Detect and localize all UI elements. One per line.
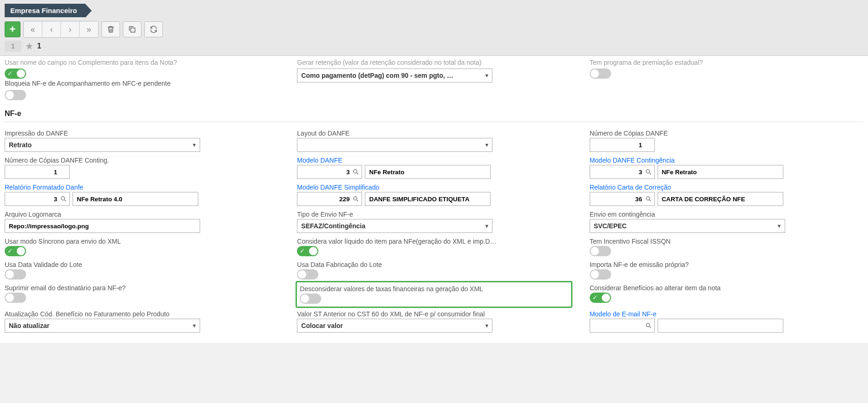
label-valor-st-anterior: Valor ST Anterior no CST 60 do XML de NF… — [297, 310, 571, 318]
select-tipo-envio-nfe-value: SEFAZ/Contingência — [301, 222, 365, 230]
label-importa-nfe-propria: Importa NF-e de emissão própria? — [590, 261, 863, 268]
svg-point-6 — [646, 323, 650, 327]
toggle-considerar-beneficios[interactable]: ✓ — [590, 293, 611, 303]
chevron-down-icon: ▼ — [192, 323, 197, 328]
label-atualizacao-beneficio: Atualização Cód. Benefício no Faturament… — [5, 310, 278, 318]
select-gerar-retencao-value: Como pagamento (detPag) com 90 - sem pgt… — [301, 72, 453, 79]
toggle-data-fabricacao-lote[interactable] — [297, 269, 318, 280]
label-modo-sincrono: Usar modo Síncrono para envio do XML — [5, 238, 278, 245]
chevron-down-icon: ▼ — [777, 223, 782, 229]
input-modelo-danfe-simpl-name[interactable] — [365, 192, 491, 206]
search-icon[interactable] — [645, 322, 652, 329]
search-icon[interactable] — [352, 196, 359, 203]
refresh-button[interactable] — [144, 21, 163, 37]
refresh-icon — [149, 25, 158, 34]
select-atualizacao-beneficio-value: Não atualizar — [9, 322, 49, 329]
label-tipo-envio-nfe: Tipo de Envio NF-e — [297, 211, 571, 218]
trash-icon — [107, 25, 115, 34]
input-modelo-email-name[interactable] — [658, 319, 783, 333]
label-suprimir-email: Suprimir email do destinatário para NF-e… — [5, 284, 278, 292]
chevron-left-icon: ‹ — [50, 25, 53, 34]
toggle-bloqueia-nfe[interactable] — [5, 90, 26, 100]
input-carta-correcao-name[interactable] — [658, 192, 783, 206]
select-layout-danfe[interactable]: ▼ — [297, 138, 492, 152]
toggle-importa-nfe-propria[interactable] — [590, 269, 611, 280]
toggle-data-validade-lote[interactable] — [5, 269, 26, 280]
toggle-desconsiderar-taxas[interactable] — [300, 294, 321, 304]
chevron-down-icon: ▼ — [484, 73, 489, 78]
chevron-down-icon: ▼ — [484, 323, 489, 328]
input-arquivo-logomarca[interactable] — [5, 219, 200, 233]
search-icon[interactable] — [645, 196, 652, 203]
link-relatorio-danfe[interactable]: Relatório Formatado Danfe — [5, 184, 278, 191]
prev-button[interactable]: ‹ — [42, 21, 61, 37]
select-gerar-retencao[interactable]: Como pagamento (detPag) com 90 - sem pgt… — [297, 68, 492, 82]
svg-point-3 — [61, 197, 65, 200]
chevron-down-icon: ▼ — [192, 142, 197, 148]
select-impressao-danfe-value: Retrato — [9, 141, 32, 149]
select-envio-contingencia-value: SVC/EPEC — [594, 222, 627, 230]
select-envio-contingencia[interactable]: SVC/EPEC ▼ — [590, 219, 785, 233]
label-num-copias-conting: Número de Cópias DANFE Conting. — [5, 157, 278, 164]
label-arquivo-logomarca: Arquivo Logomarca — [5, 211, 278, 218]
svg-point-5 — [646, 197, 650, 200]
label-envio-contingencia: Envio em contingência — [590, 211, 863, 218]
label-desconsiderar-taxas: Desconsiderar valores de taxas financeir… — [300, 285, 568, 293]
select-atualizacao-beneficio[interactable]: Não atualizar ▼ — [5, 319, 200, 333]
search-icon[interactable] — [352, 169, 359, 176]
select-valor-st-anterior[interactable]: Colocar valor ▼ — [297, 319, 492, 333]
breadcrumb: Empresa Financeiro — [5, 4, 85, 17]
input-relatorio-danfe-name[interactable] — [73, 192, 198, 206]
toolbar: + « ‹ › » — [5, 21, 863, 38]
add-button[interactable]: + — [5, 21, 20, 37]
input-modelo-danfe-name[interactable] — [365, 165, 491, 179]
label-incentivo-issqn: Tem Incentivo Fiscal ISSQN — [590, 238, 863, 245]
next-button[interactable]: › — [61, 21, 80, 37]
svg-point-1 — [354, 170, 357, 173]
select-valor-st-anterior-value: Colocar valor — [301, 322, 343, 329]
cut-label-3: Tem programa de premiação estadual? — [590, 58, 863, 67]
svg-rect-0 — [131, 28, 135, 32]
nav-group: « ‹ › » — [23, 21, 99, 38]
label-data-fabricacao-lote: Usa Data Fabricação do Lote — [297, 261, 571, 268]
search-icon[interactable] — [60, 196, 67, 203]
cut-label-1: Usar nome do campo no Complemento para i… — [5, 58, 278, 67]
link-modelo-email-nfe[interactable]: Modelo de E-mail NF-e — [590, 310, 863, 318]
link-modelo-danfe[interactable]: Modelo DANFE — [297, 157, 571, 164]
chevron-down-icon: ▼ — [484, 223, 489, 229]
search-icon[interactable] — [645, 169, 652, 176]
label-valor-liquido: Considera valor líquido do item para NFe… — [297, 238, 571, 245]
star-icon[interactable]: ★ — [25, 41, 34, 52]
toggle-modo-sincrono[interactable]: ✓ — [5, 246, 26, 256]
last-button[interactable]: » — [80, 21, 98, 37]
toggle-incentivo-issqn[interactable] — [590, 246, 611, 256]
svg-point-4 — [354, 197, 357, 200]
link-relatorio-carta-correcao[interactable]: Relatório Carta de Correção — [590, 184, 863, 191]
select-tipo-envio-nfe[interactable]: SEFAZ/Contingência ▼ — [297, 219, 492, 233]
copy-button[interactable] — [123, 21, 141, 37]
label-bloqueia-nfe: Bloqueia NF-e de Acompanhamento em NFC-e… — [5, 80, 278, 87]
label-considerar-beneficios: Considerar Benefícios ao alterar item da… — [590, 284, 863, 292]
label-impressao-danfe: Impressão do DANFE — [5, 130, 278, 137]
chevron-down-icon: ▼ — [484, 142, 489, 148]
input-num-copias-danfe[interactable] — [590, 138, 655, 152]
record-count: 1 — [37, 42, 41, 50]
input-num-copias-conting[interactable] — [5, 165, 70, 179]
first-button[interactable]: « — [24, 21, 42, 37]
link-modelo-danfe-conting[interactable]: Modelo DANFE Contingência — [590, 157, 863, 164]
highlighted-field: Desconsiderar valores de taxas financeir… — [296, 281, 572, 308]
link-modelo-danfe-simpl[interactable]: Modelo DANFE Simplificado — [297, 184, 571, 191]
toggle-premio-estadual[interactable] — [590, 68, 611, 79]
toggle-usar-nome-complemento[interactable]: ✓ — [5, 68, 26, 79]
toggle-suprimir-email[interactable] — [5, 293, 26, 303]
label-data-validade-lote: Usa Data Validade do Lote — [5, 261, 278, 268]
chevron-right-icon: › — [69, 25, 72, 34]
cut-label-2: Gerar retenção (valor da retenção consid… — [297, 58, 571, 67]
delete-button[interactable] — [101, 21, 120, 37]
copy-icon — [128, 25, 136, 34]
select-impressao-danfe[interactable]: Retrato ▼ — [5, 138, 200, 152]
input-modelo-danfe-conting-name[interactable] — [658, 165, 783, 179]
chevron-double-right-icon: » — [87, 25, 91, 34]
label-num-copias-danfe: Número de Cópias DANFE — [590, 130, 863, 137]
toggle-valor-liquido[interactable]: ✓ — [297, 246, 318, 256]
